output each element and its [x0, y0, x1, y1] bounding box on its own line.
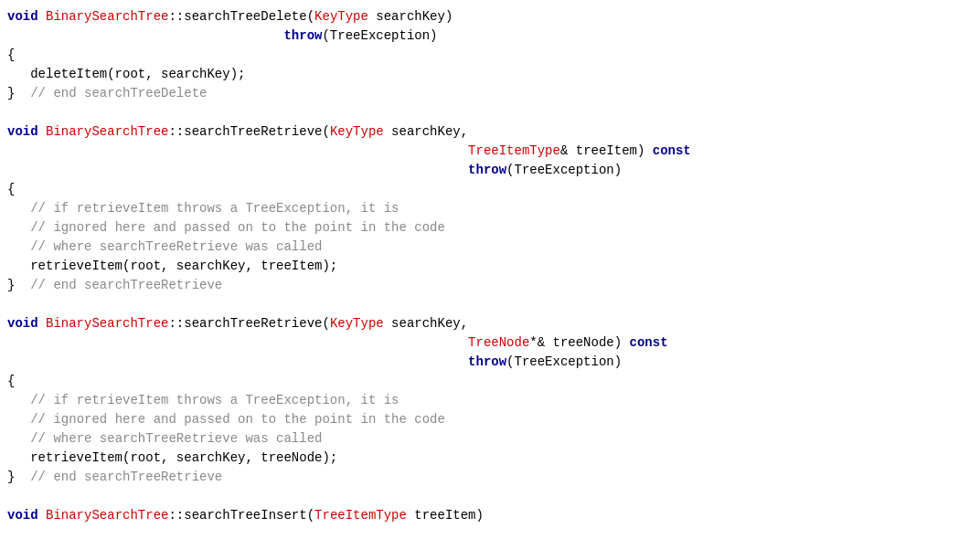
- code-line: // ignored here and passed on to the poi…: [0, 410, 969, 429]
- token: // ignored here and passed on to the poi…: [30, 220, 445, 235]
- line-tokens: } // end searchTreeDelete: [7, 84, 207, 103]
- code-line: } // end searchTreeRetrieve: [0, 276, 969, 295]
- token: BinarySearchTree: [46, 316, 168, 331]
- line-tokens: TreeNode*& treeNode) const: [7, 333, 668, 353]
- code-line: void BinarySearchTree::searchTreeDelete(…: [0, 7, 969, 26]
- code-line: // where searchTreeRetrieve was called: [0, 429, 969, 449]
- token: retrieveItem(root, searchKey, treeItem);: [7, 259, 337, 273]
- token: [7, 201, 30, 216]
- token: retrieveItem(root, searchKey, treeNode);: [7, 450, 337, 465]
- token: BinarySearchTree: [46, 508, 168, 523]
- token: (: [307, 9, 314, 24]
- code-line: throw(TreeException): [0, 26, 969, 46]
- line-tokens: throw(TreeException): [7, 26, 438, 46]
- line-tokens: {: [7, 180, 15, 199]
- line-tokens: retrieveItem(root, searchKey, treeNode);: [7, 449, 337, 468]
- token: [7, 412, 30, 427]
- token: searchTreeDelete: [184, 9, 306, 24]
- code-content: void BinarySearchTree::searchTreeDelete(…: [0, 7, 969, 525]
- code-line: void BinarySearchTree::searchTreeInsert(…: [0, 506, 969, 525]
- token: throw: [468, 163, 506, 177]
- code-line: throw(TreeException): [0, 161, 969, 180]
- code-line: } // end searchTreeRetrieve: [0, 468, 969, 487]
- code-line: } // end searchTreeDelete: [0, 84, 969, 103]
- token: {: [7, 182, 15, 196]
- line-tokens: void BinarySearchTree::searchTreeInsert(…: [7, 506, 484, 525]
- code-line: retrieveItem(root, searchKey, treeItem);: [0, 257, 969, 276]
- token: BinarySearchTree: [46, 9, 168, 24]
- line-tokens: deleteItem(root, searchKey);: [7, 65, 245, 84]
- token: *& treeNode): [529, 335, 629, 350]
- line-tokens: throw(TreeException): [7, 353, 622, 372]
- token: (: [307, 508, 314, 523]
- line-tokens: {: [7, 46, 15, 65]
- code-line: // if retrieveItem throws a TreeExceptio…: [0, 391, 969, 410]
- code-line: // where searchTreeRetrieve was called: [0, 238, 969, 257]
- line-tokens: // if retrieveItem throws a TreeExceptio…: [7, 199, 399, 218]
- code-line: {: [0, 46, 969, 65]
- token: searchTreeInsert: [184, 508, 306, 523]
- token: searchKey): [368, 9, 453, 24]
- line-tokens: // ignored here and passed on to the poi…: [7, 218, 445, 238]
- token: }: [7, 278, 30, 292]
- token: const: [653, 143, 691, 158]
- code-line: [0, 295, 969, 314]
- token: void: [7, 508, 46, 523]
- code-line: TreeNode*& treeNode) const: [0, 333, 969, 353]
- token: deleteItem(root, searchKey);: [7, 67, 245, 81]
- token: BinarySearchTree: [46, 124, 168, 139]
- token: searchTreeRetrieve: [184, 316, 322, 331]
- token: [7, 354, 468, 369]
- token: [7, 28, 283, 43]
- token: searchTreeRetrieve: [184, 124, 322, 139]
- line-tokens: } // end searchTreeRetrieve: [7, 468, 222, 487]
- line-tokens: void BinarySearchTree::searchTreeRetriev…: [7, 122, 468, 142]
- token: KeyType: [314, 9, 368, 24]
- line-tokens: // where searchTreeRetrieve was called: [7, 429, 322, 449]
- token: (TreeException): [506, 163, 622, 177]
- line-tokens: // where searchTreeRetrieve was called: [7, 238, 322, 257]
- token: TreeNode: [468, 335, 529, 350]
- token: }: [7, 86, 30, 100]
- line-tokens: {: [7, 372, 15, 391]
- token: ::: [168, 124, 184, 139]
- token: searchKey,: [384, 124, 468, 139]
- token: TreeItemType: [314, 508, 407, 523]
- token: ::: [168, 508, 184, 523]
- token: (TreeException): [322, 28, 437, 43]
- line-tokens: // if retrieveItem throws a TreeExceptio…: [7, 391, 399, 410]
- code-line: {: [0, 372, 969, 391]
- token: [7, 143, 468, 158]
- token: // end searchTreeRetrieve: [30, 470, 222, 484]
- code-line: [0, 487, 969, 506]
- line-tokens: TreeItemType& treeItem) const: [7, 142, 691, 161]
- token: throw: [283, 28, 322, 43]
- token: void: [7, 9, 46, 24]
- token: // where searchTreeRetrieve was called: [30, 431, 322, 446]
- token: // where searchTreeRetrieve was called: [30, 239, 322, 254]
- token: KeyType: [330, 316, 384, 331]
- token: // end searchTreeRetrieve: [30, 278, 222, 292]
- token: [7, 335, 468, 350]
- line-tokens: } // end searchTreeRetrieve: [7, 276, 222, 295]
- code-line: [0, 103, 969, 122]
- token: void: [7, 316, 46, 331]
- token: (: [322, 316, 329, 331]
- token: (TreeException): [506, 354, 622, 369]
- token: const: [630, 335, 668, 350]
- token: ::: [168, 316, 184, 331]
- token: treeItem): [407, 508, 484, 523]
- code-line: void BinarySearchTree::searchTreeRetriev…: [0, 122, 969, 142]
- line-tokens: void BinarySearchTree::searchTreeRetriev…: [7, 314, 468, 333]
- token: [7, 239, 30, 254]
- token: // ignored here and passed on to the poi…: [30, 412, 445, 427]
- code-editor: void BinarySearchTree::searchTreeDelete(…: [0, 0, 969, 560]
- token: {: [7, 374, 15, 388]
- line-tokens: throw(TreeException): [7, 161, 622, 180]
- code-line: {: [0, 180, 969, 199]
- token: [7, 163, 468, 177]
- token: [7, 393, 30, 407]
- token: KeyType: [330, 124, 384, 139]
- code-line: deleteItem(root, searchKey);: [0, 65, 969, 84]
- code-line: // ignored here and passed on to the poi…: [0, 218, 969, 238]
